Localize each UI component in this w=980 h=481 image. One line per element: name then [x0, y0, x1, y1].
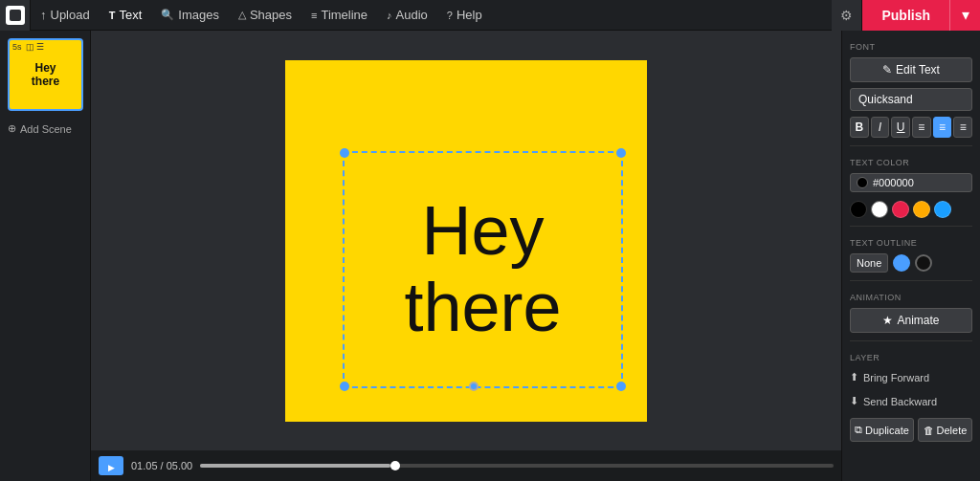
- italic-button[interactable]: I: [871, 117, 890, 138]
- color-swatch-red[interactable]: [892, 201, 909, 218]
- scene-duration: 5s: [12, 42, 22, 52]
- color-swatches-row: [850, 201, 972, 218]
- play-button[interactable]: [99, 456, 123, 475]
- outline-swatch-blue[interactable]: [893, 254, 910, 272]
- divider-2: [850, 226, 972, 227]
- add-scene-button[interactable]: ⊕ Hey there Add Scene: [8, 119, 82, 139]
- progress-fill: [200, 464, 390, 468]
- color-swatch-blue[interactable]: [934, 201, 951, 218]
- divider-3: [850, 280, 972, 281]
- animate-icon: ★: [882, 314, 893, 327]
- audio-icon: ♪: [387, 10, 392, 21]
- images-icon: 🔍: [161, 9, 174, 21]
- pencil-icon: ✎: [882, 63, 892, 77]
- text-color-label: TEXT COLOR: [850, 158, 972, 167]
- scene-text: Heythere: [32, 61, 59, 89]
- color-swatch-yellow[interactable]: [913, 201, 930, 218]
- settings-button[interactable]: [832, 0, 862, 31]
- outline-swatch-dark[interactable]: [915, 254, 932, 272]
- bold-button[interactable]: B: [850, 117, 869, 138]
- timeline-icon: ≡: [311, 10, 317, 21]
- text-icon: T: [109, 10, 116, 21]
- divider-4: [850, 340, 972, 341]
- publish-label: Publish: [862, 0, 949, 31]
- main-area: 5s ◫ ☰ Heythere ⊕ Hey there Add Scene He…: [0, 31, 980, 481]
- divider-1: [850, 145, 972, 146]
- delete-button[interactable]: 🗑 Delete: [918, 418, 972, 442]
- time-display: 01.05 / 05.00: [131, 460, 192, 471]
- outline-row: None: [850, 253, 972, 273]
- font-section-label: FONT: [850, 42, 972, 52]
- scene-copy-icon: ◫: [26, 42, 34, 52]
- bring-forward-button[interactable]: ⬆ Bring Forward: [850, 368, 972, 386]
- nav-text[interactable]: T Text: [100, 0, 152, 31]
- scenes-panel: 5s ◫ ☰ Heythere ⊕ Hey there Add Scene: [0, 31, 91, 481]
- upload-icon: [40, 8, 47, 22]
- color-swatch-black[interactable]: [850, 201, 867, 218]
- gear-icon: [840, 7, 853, 24]
- progress-thumb[interactable]: [390, 461, 400, 470]
- right-panel: FONT ✎ Edit Text Quicksand B I U ≡ ≡ ≡ T…: [841, 31, 980, 481]
- action-buttons-row: ⧉ Duplicate 🗑 Delete: [850, 418, 972, 442]
- nav-timeline[interactable]: ≡ Timeline: [301, 0, 377, 31]
- scene-menu-icon: ☰: [36, 42, 44, 52]
- logo[interactable]: [0, 0, 31, 31]
- shapes-icon: △: [238, 9, 246, 21]
- nav-help[interactable]: ? Help: [437, 0, 492, 31]
- align-center-button[interactable]: ≡: [933, 117, 952, 138]
- publish-dropdown-arrow[interactable]: [949, 0, 980, 31]
- format-buttons-row: B I U ≡ ≡ ≡: [850, 117, 972, 138]
- play-icon: [108, 457, 115, 474]
- scene-card-header: 5s ◫ ☰: [12, 42, 44, 52]
- nav-upload[interactable]: Upload: [31, 0, 100, 31]
- canvas-text-element[interactable]: Heythere: [343, 151, 623, 388]
- align-left-button[interactable]: ≡: [912, 117, 931, 138]
- outline-none-button[interactable]: None: [850, 253, 888, 273]
- forward-icon: ⬆: [850, 371, 858, 383]
- current-color-swatch: [857, 177, 868, 188]
- progress-track[interactable]: [200, 464, 834, 468]
- backward-icon: ⬇: [850, 395, 858, 407]
- animation-label: ANIMATION: [850, 293, 972, 302]
- canvas-area: Heythere 01.05 / 05.00: [91, 31, 841, 481]
- timeline-bar: 01.05 / 05.00: [91, 450, 841, 481]
- plus-icon: ⊕: [8, 122, 16, 135]
- font-name-dropdown[interactable]: Quicksand: [850, 88, 972, 111]
- copy-icon: ⧉: [855, 424, 862, 436]
- help-icon: ?: [447, 10, 453, 21]
- underline-button[interactable]: U: [891, 117, 910, 138]
- canvas-background[interactable]: Heythere: [285, 60, 647, 422]
- nav-shapes[interactable]: △ Shapes: [229, 0, 301, 31]
- color-swatch-white[interactable]: [871, 201, 888, 218]
- color-hex-display[interactable]: #000000: [850, 173, 972, 192]
- send-backward-button[interactable]: ⬇ Send Backward: [850, 392, 972, 410]
- nav-images[interactable]: 🔍 Images: [151, 0, 229, 31]
- publish-button[interactable]: Publish: [862, 0, 980, 31]
- text-outline-label: TEXT OUTLINE: [850, 238, 972, 248]
- layer-label: LAYER: [850, 353, 972, 362]
- trash-icon: 🗑: [924, 425, 934, 436]
- animate-button[interactable]: ★ Animate: [850, 308, 972, 333]
- align-right-button[interactable]: ≡: [953, 117, 972, 138]
- scene-card-1[interactable]: 5s ◫ ☰ Heythere: [8, 38, 83, 111]
- nav-audio[interactable]: ♪ Audio: [377, 0, 437, 31]
- top-nav: Upload T Text 🔍 Images △ Shapes ≡ Timeli…: [0, 0, 980, 31]
- edit-text-button[interactable]: ✎ Edit Text: [850, 57, 972, 82]
- chevron-down-icon: [962, 6, 969, 24]
- duplicate-button[interactable]: ⧉ Duplicate: [850, 418, 914, 442]
